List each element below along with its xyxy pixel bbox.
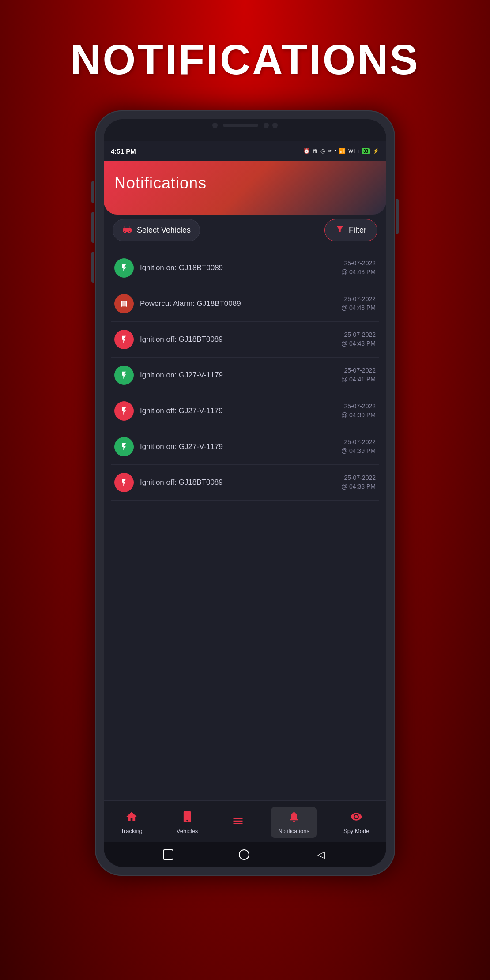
notif-time-1: 25-07-2022 @ 04:43 PM [341,259,376,276]
ignition-off-icon-2 [114,401,134,421]
notif-left: Ignition on: GJ27-V-1179 [114,366,223,385]
notification-item[interactable]: Ignition on: GJ27-V-1179 25-07-2022 @ 04… [111,358,379,393]
notifications-label: Notifications [278,828,309,834]
android-back-btn[interactable]: ◁ [315,848,327,861]
notif-time-3: 25-07-2022 @ 04:43 PM [341,331,376,348]
camera-bar [104,119,386,141]
ignition-on-icon-1 [114,258,134,278]
select-vehicles-label: Select Vehicles [137,226,191,235]
tracking-label: Tracking [121,828,142,834]
notif-text-7: Ignition off: GJ18BT0089 [140,478,223,487]
nav-spy-mode[interactable]: Spy Mode [336,807,377,838]
alarm-icon: ⏰ [303,148,310,154]
notif-left: Ignition on: GJ27-V-1179 [114,437,223,456]
battery-badge: 33 [362,148,370,154]
volume-up-button [91,181,94,203]
notif-left: Ignition off: GJ27-V-1179 [114,401,223,421]
ignition-off-icon-1 [114,330,134,349]
location-icon: ◎ [320,148,325,154]
car-icon [122,225,132,236]
status-icons: ⏰ 🗑 ◎ ✏ • 📶 WiFi 33 ⚡ [303,148,379,154]
notif-text-1: Ignition on: GJ18BT0089 [140,264,223,272]
app-header: Notifications [104,161,386,215]
spy-mode-label: Spy Mode [343,828,369,834]
header-title: Notifications [114,174,207,192]
notif-text-5: Ignition off: GJ27-V-1179 [140,407,223,415]
powercut-icon [114,294,134,313]
filter-button[interactable]: Filter [324,219,377,241]
dot-icon: • [335,148,336,154]
android-nav-bar: ◁ [104,842,386,867]
bixby-button [91,252,94,283]
status-time: 4:51 PM [111,147,136,155]
bottom-nav: Tracking Vehicles [104,800,386,842]
sensor-dot2 [272,123,278,128]
menu-icon [232,815,244,830]
phone-inner: 4:51 PM ⏰ 🗑 ◎ ✏ • 📶 WiFi 33 ⚡ Notificati… [104,119,386,867]
svg-rect-0 [121,301,122,306]
bell-icon [288,810,300,826]
notif-text-3: Ignition off: GJ18BT0089 [140,335,223,344]
ignition-on-icon-2 [114,366,134,385]
notif-time-4: 25-07-2022 @ 04:41 PM [341,366,376,384]
signal-icon: 📶 [339,148,346,154]
notif-time-7: 25-07-2022 @ 04:33 PM [341,474,376,491]
notification-item[interactable]: Ignition off: GJ18BT0089 25-07-2022 @ 04… [111,322,379,358]
ignition-on-icon-3 [114,437,134,456]
nav-tracking[interactable]: Tracking [113,807,149,838]
notification-item[interactable]: Ignition off: GJ27-V-1179 25-07-2022 @ 0… [111,393,379,429]
notif-time-5: 25-07-2022 @ 04:39 PM [341,402,376,419]
android-home-btn[interactable] [239,849,249,860]
notif-left: Ignition off: GJ18BT0089 [114,473,223,492]
notif-text-2: Powercut Alarm: GJ18BT0089 [140,299,241,308]
android-square-btn[interactable] [163,849,173,860]
vehicles-label: Vehicles [177,828,198,834]
svg-rect-1 [123,301,124,306]
notif-time-6: 25-07-2022 @ 04:39 PM [341,438,376,455]
home-icon [125,810,138,826]
power-button [396,199,399,234]
sensor-dot [212,123,218,128]
notif-left: Powercut Alarm: GJ18BT0089 [114,294,241,313]
ignition-off-icon-3 [114,473,134,492]
notif-text-4: Ignition on: GJ27-V-1179 [140,371,223,380]
wifi-icon: WiFi [348,148,359,154]
camera-dot [264,123,269,128]
delete-icon: 🗑 [313,148,318,154]
select-vehicles-button[interactable]: Select Vehicles [113,219,200,241]
controls-bar: Select Vehicles Filter [104,210,386,250]
spy-icon [350,810,362,826]
nav-notifications[interactable]: Notifications [271,807,317,838]
svg-rect-2 [125,301,127,306]
notification-item[interactable]: Ignition on: GJ18BT0089 25-07-2022 @ 04:… [111,250,379,286]
notification-item[interactable]: Powercut Alarm: GJ18BT0089 25-07-2022 @ … [111,286,379,322]
filter-label: Filter [349,226,366,235]
vehicles-icon [181,810,193,826]
pen-icon: ✏ [328,148,332,154]
notification-item[interactable]: Ignition on: GJ27-V-1179 25-07-2022 @ 04… [111,429,379,465]
front-sensors [212,123,278,128]
charging-icon: ⚡ [373,148,379,154]
phone-frame: 4:51 PM ⏰ 🗑 ◎ ✏ • 📶 WiFi 33 ⚡ Notificati… [95,110,395,876]
speaker [223,124,258,127]
filter-icon [335,225,344,236]
page-background-title: NOTIFICATIONS [70,35,420,84]
status-bar: 4:51 PM ⏰ 🗑 ◎ ✏ • 📶 WiFi 33 ⚡ [104,141,386,161]
notif-text-6: Ignition on: GJ27-V-1179 [140,442,223,451]
notif-left: Ignition off: GJ18BT0089 [114,330,223,349]
notification-item[interactable]: Ignition off: GJ18BT0089 25-07-2022 @ 04… [111,465,379,501]
notif-left: Ignition on: GJ18BT0089 [114,258,223,278]
volume-down-button [91,212,94,243]
notification-list: Ignition on: GJ18BT0089 25-07-2022 @ 04:… [104,250,386,800]
notif-time-2: 25-07-2022 @ 04:43 PM [341,295,376,312]
nav-vehicles[interactable]: Vehicles [170,807,205,838]
nav-menu[interactable] [225,811,251,834]
app-screen: Notifications Select Vehicles [104,161,386,867]
